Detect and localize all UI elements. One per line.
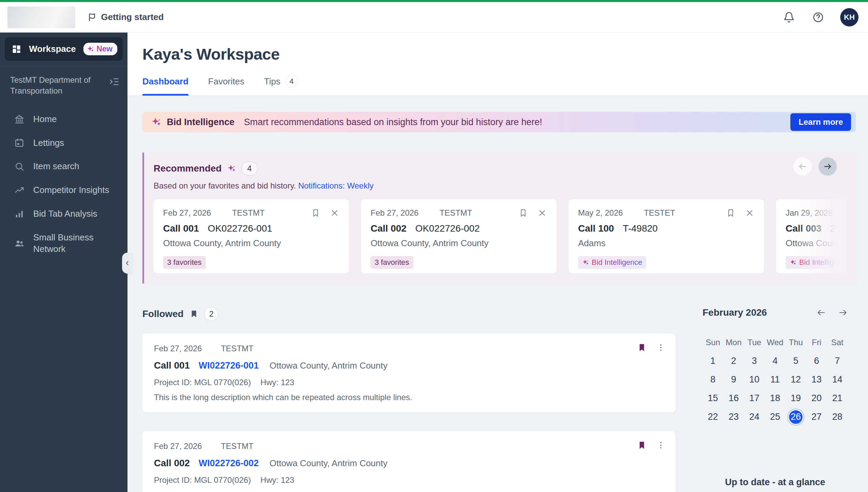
dismiss-icon[interactable] xyxy=(330,208,339,218)
card-location: Ottowa County, Antrim County xyxy=(163,238,339,249)
recommended-card[interactable]: Jan 29, 2028 TESTMT Call 003 251029PB1-0… xyxy=(776,199,846,273)
calendar-day-header: Tue xyxy=(748,338,761,347)
calendar-footer: Up to date - at a glance View upcoming l… xyxy=(703,477,848,492)
bookmark-icon[interactable] xyxy=(311,208,320,218)
calendar-day[interactable]: 27 xyxy=(809,409,824,425)
bookmark-filled-icon[interactable] xyxy=(637,440,646,450)
trending-up-icon xyxy=(14,185,24,195)
sidebar-item-home[interactable]: Home xyxy=(0,107,127,131)
bookmark-icon[interactable] xyxy=(518,208,528,218)
calendar-day[interactable]: 11 xyxy=(767,372,783,388)
tab-dashboard[interactable]: Dashboard xyxy=(142,75,189,95)
recommended-section: Recommended 4 Based on your favorites an… xyxy=(142,153,856,283)
bid-intelligence-badge: Bid Intelligence xyxy=(786,256,846,269)
calendar-day[interactable]: 1 xyxy=(705,353,721,369)
calendar-day-header: Sat xyxy=(831,338,843,347)
followed-count-badge: 2 xyxy=(204,307,218,321)
carousel-nav xyxy=(793,157,837,176)
card-code-link[interactable]: WI022726-001 xyxy=(199,360,259,371)
recommended-count-badge: 4 xyxy=(241,161,258,176)
calendar-day[interactable]: 13 xyxy=(809,372,824,388)
sidebar-collapse-handle[interactable] xyxy=(122,253,133,274)
tab-favorites[interactable]: Favorites xyxy=(208,75,244,95)
calendar-day[interactable]: 10 xyxy=(747,372,762,388)
calendar-day[interactable]: 6 xyxy=(809,353,824,369)
tab-bar: Dashboard Favorites Tips 4 xyxy=(142,75,856,95)
sparkles-icon xyxy=(87,45,94,53)
calendar-day[interactable]: 19 xyxy=(788,391,804,406)
calendar-day[interactable]: 14 xyxy=(829,372,845,388)
getting-started-button[interactable]: Getting started xyxy=(87,12,164,22)
calendar-footer-title: Up to date - at a glance xyxy=(703,477,848,488)
recommended-card[interactable]: May 2, 2026 TESTET Call 100 T-49820 xyxy=(569,199,764,273)
calendar-icon xyxy=(14,138,24,148)
sidebar-item-competitor-insights[interactable]: Competitor Insights xyxy=(0,178,127,202)
calendar-day[interactable]: 25 xyxy=(767,409,783,425)
calendar-day[interactable]: 15 xyxy=(705,391,721,406)
sidebar-item-workspace[interactable]: Workspace New xyxy=(5,37,123,61)
calendar-day[interactable]: 24 xyxy=(747,409,762,425)
help-icon[interactable] xyxy=(812,12,824,23)
card-location: Ottowa County, Antrim County xyxy=(786,238,846,249)
calendar-day[interactable]: 4 xyxy=(767,353,783,369)
card-location: Adams xyxy=(578,238,754,249)
recommended-card[interactable]: Feb 27, 2026 TESTMT Call 001 OK022726-00… xyxy=(154,199,349,273)
hwy: Hwy: 123 xyxy=(260,475,294,485)
calendar-day[interactable]: 21 xyxy=(829,391,845,406)
calendar-day[interactable]: 8 xyxy=(705,372,721,388)
calendar-day-header: Mon xyxy=(726,338,742,347)
calendar-day[interactable]: 28 xyxy=(829,409,845,425)
card-call: Call 003 xyxy=(786,223,822,234)
followed-card[interactable]: Feb 27, 2026 TESTMT Call 002 WI022726-00… xyxy=(142,431,675,492)
tab-label: Tips xyxy=(264,76,280,87)
calendar-day-selected[interactable]: 26 xyxy=(788,409,804,425)
calendar-day[interactable]: 17 xyxy=(747,391,762,406)
notifications-bell-icon[interactable] xyxy=(783,12,795,23)
card-code-link[interactable]: WI022726-002 xyxy=(199,458,259,469)
calendar-day[interactable]: 12 xyxy=(788,372,804,388)
recommended-card[interactable]: Feb 27, 2026 TESTMT Call 002 OK022726-00… xyxy=(361,199,556,273)
card-date: Feb 27, 2026 xyxy=(163,208,211,218)
app-window: Getting started KH Workspace New TestMT … xyxy=(0,0,868,492)
bid-intelligence-badge-label: Bid Intelligence xyxy=(592,258,642,267)
kebab-menu-icon[interactable] xyxy=(656,343,665,352)
dashboard-content: Bid Intelligence Smart recommendations b… xyxy=(127,96,868,492)
indent-collapse-icon[interactable] xyxy=(109,77,119,87)
sidebar-item-item-search[interactable]: Item search xyxy=(0,155,127,178)
bookmark-icon[interactable] xyxy=(726,208,735,218)
tab-tips[interactable]: Tips 4 xyxy=(264,75,298,95)
kebab-menu-icon[interactable] xyxy=(656,441,665,450)
learn-more-button[interactable]: Learn more xyxy=(790,113,851,131)
calendar-day[interactable]: 22 xyxy=(705,409,721,425)
user-avatar[interactable]: KH xyxy=(840,8,859,26)
tab-label: Favorites xyxy=(208,76,244,87)
calendar-day[interactable]: 9 xyxy=(726,372,742,388)
card-call: Call 002 xyxy=(154,458,190,469)
card-location: Ottowa County, Antrim County xyxy=(270,360,388,371)
sidebar-item-small-business-network[interactable]: Small Business Network xyxy=(0,226,127,261)
calendar-day[interactable]: 2 xyxy=(726,353,742,369)
sidebar-item-lettings[interactable]: Lettings xyxy=(0,131,127,155)
calendar-day[interactable]: 20 xyxy=(809,391,824,406)
carousel-prev-button[interactable] xyxy=(793,157,812,176)
carousel-next-button[interactable] xyxy=(818,157,837,176)
notifications-weekly-link[interactable]: Notifications: Weekly xyxy=(298,181,373,190)
calendar-day[interactable]: 23 xyxy=(726,409,742,425)
calendar-day[interactable]: 3 xyxy=(747,353,762,369)
recommended-title: Recommended xyxy=(154,163,222,174)
dismiss-icon[interactable] xyxy=(745,208,754,218)
sidebar-item-bid-tab-analysis[interactable]: Bid Tab Analysis xyxy=(0,202,127,226)
calendar-next-icon[interactable] xyxy=(838,308,848,317)
calendar-day[interactable]: 7 xyxy=(829,353,845,369)
calendar-day[interactable]: 16 xyxy=(726,391,742,406)
arrow-right-icon xyxy=(823,162,832,171)
followed-card[interactable]: Feb 27, 2026 TESTMT Call 001 WI022726-00… xyxy=(142,334,675,412)
bar-chart-icon xyxy=(14,209,24,219)
calendar-day[interactable]: 5 xyxy=(788,353,804,369)
organization-row: TestMT Department of Transportation xyxy=(0,66,127,100)
bookmark-filled-icon[interactable] xyxy=(637,342,646,353)
dismiss-icon[interactable] xyxy=(537,208,547,218)
calendar-prev-icon[interactable] xyxy=(816,308,826,317)
calendar-day[interactable]: 18 xyxy=(767,391,783,406)
workspace-label: Workspace xyxy=(29,44,76,54)
